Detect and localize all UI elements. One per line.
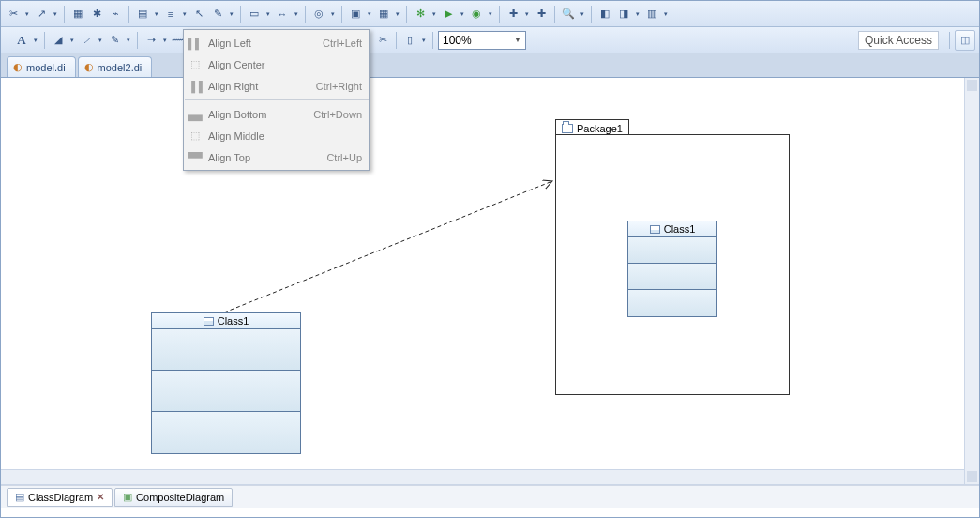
chevron-down-icon: ▼ — [514, 36, 521, 44]
dropdown-icon[interactable]: ▾ — [293, 6, 300, 23]
tool-table-icon[interactable]: ▦ — [375, 6, 392, 23]
diagram-tab-bar: ▤ ClassDiagram ✕ ▣ CompositeDiagram — [1, 485, 979, 508]
dropdown-icon[interactable]: ▾ — [634, 6, 641, 23]
align-left-icon: ▌▌ — [188, 36, 203, 51]
uml-attributes-compartment[interactable] — [628, 237, 716, 264]
uml-operations-compartment[interactable] — [628, 264, 716, 290]
editor-tab-model[interactable]: ◐ model.di — [7, 56, 76, 77]
diagram-canvas[interactable]: Class1 Package1 Class1 — [1, 78, 979, 485]
menu-shortcut: Ctrl+Up — [326, 152, 362, 163]
tool-misc-icon[interactable]: ◧ — [596, 6, 613, 23]
dropdown-icon[interactable]: ▾ — [228, 6, 235, 23]
dropdown-icon[interactable]: ▾ — [430, 6, 438, 23]
dropdown-icon[interactable]: ▾ — [52, 6, 59, 23]
quick-access-input[interactable]: Quick Access — [858, 31, 939, 50]
uml-class-class1-inner[interactable]: Class1 — [627, 221, 717, 317]
diagram-tab-classdiagram[interactable]: ▤ ClassDiagram ✕ — [7, 488, 113, 507]
class-icon — [204, 317, 214, 326]
dropdown-icon[interactable]: ▾ — [459, 6, 466, 23]
tool-new2-icon[interactable]: ✚ — [533, 6, 550, 23]
tool-arrow-icon[interactable]: ↗ — [33, 6, 50, 23]
dropdown-icon[interactable]: ▾ — [420, 32, 428, 49]
uml-operations-compartment[interactable] — [152, 371, 300, 412]
separator — [432, 32, 433, 49]
dropdown-icon[interactable]: ▾ — [264, 6, 272, 23]
dropdown-icon[interactable]: ▾ — [32, 32, 39, 49]
menu-align-left[interactable]: ▌▌ Align Left Ctrl+Left — [184, 32, 369, 53]
tool-search-icon[interactable]: 🔍 — [560, 6, 577, 23]
menu-align-middle[interactable]: ⬚ Align Middle — [184, 125, 369, 146]
tool-run-icon[interactable]: ▶ — [440, 6, 457, 23]
tool-graph-icon[interactable]: ⌁ — [107, 6, 124, 23]
tool-line-icon[interactable]: ⟋ — [78, 32, 95, 49]
uml-extra-compartment[interactable] — [152, 412, 300, 453]
menu-align-bottom[interactable]: ▄▄ Align Bottom Ctrl+Down — [184, 103, 369, 125]
tool-lasso-icon[interactable]: ✎ — [209, 6, 226, 23]
uml-class-name: Class1 — [664, 223, 696, 235]
dropdown-icon[interactable]: ▾ — [523, 6, 531, 23]
menu-shortcut: Ctrl+Right — [316, 81, 362, 92]
dropdown-icon[interactable]: ▾ — [366, 6, 373, 23]
uml-package-name: Package1 — [577, 123, 623, 134]
editor-tab-bar: ◐ model.di ◐ model2.di — [1, 53, 979, 78]
tool-run-gear-icon[interactable]: ✻ — [412, 6, 429, 23]
tool-net-icon[interactable]: ✱ — [88, 6, 105, 23]
tool-scissors-icon[interactable]: ✂ — [5, 6, 22, 23]
dropdown-icon[interactable]: ▾ — [97, 32, 104, 49]
align-right-icon: ▐▐ — [188, 79, 203, 94]
separator — [554, 6, 555, 23]
uml-attributes-compartment[interactable] — [152, 329, 300, 371]
tool-cut-icon[interactable]: ✂ — [374, 32, 391, 49]
menu-label: Align Left — [208, 38, 317, 49]
dropdown-icon[interactable]: ▾ — [125, 32, 132, 49]
tool-resize-icon[interactable]: ↔ — [274, 6, 291, 23]
dropdown-icon[interactable]: ▾ — [394, 6, 401, 23]
horizontal-scrollbar[interactable] — [1, 469, 964, 484]
uml-class-name: Class1 — [218, 315, 249, 327]
separator — [499, 6, 500, 23]
editor-tab-label: model2.di — [98, 62, 143, 73]
menu-align-center[interactable]: ⬚ Align Center — [184, 53, 369, 75]
uml-extra-compartment[interactable] — [628, 290, 716, 316]
tool-misc3-icon[interactable]: ▥ — [643, 6, 660, 23]
dropdown-icon[interactable]: ▾ — [662, 6, 670, 23]
tool-grid-icon[interactable]: ▦ — [69, 6, 86, 23]
align-top-icon: ▀▀ — [188, 150, 203, 165]
uml-class-class1-outer[interactable]: Class1 — [151, 312, 301, 454]
dropdown-icon[interactable]: ▾ — [181, 6, 188, 23]
close-icon[interactable]: ✕ — [97, 492, 104, 502]
zoom-combo[interactable]: 100% ▼ — [438, 31, 526, 50]
diagram-tab-compositediagram[interactable]: ▣ CompositeDiagram — [114, 488, 233, 507]
dropdown-icon[interactable]: ▾ — [487, 6, 494, 23]
perspective-button[interactable]: ◫ — [955, 30, 975, 51]
tool-box-blue-icon[interactable]: ▣ — [347, 6, 364, 23]
dropdown-icon[interactable]: ▾ — [153, 6, 160, 23]
class-icon — [650, 225, 660, 234]
dropdown-icon[interactable]: ▾ — [23, 6, 31, 23]
tool-align-icon[interactable]: ≡ — [162, 6, 179, 23]
tool-layers-icon[interactable]: ▤ — [134, 6, 151, 23]
vertical-scrollbar[interactable] — [964, 78, 979, 484]
tool-target-icon[interactable]: ◎ — [310, 6, 327, 23]
dropdown-icon[interactable]: ▾ — [161, 32, 169, 49]
dropdown-icon[interactable]: ▾ — [329, 6, 337, 23]
menu-align-top[interactable]: ▀▀ Align Top Ctrl+Up — [184, 146, 369, 168]
separator — [128, 6, 129, 23]
dropdown-icon[interactable]: ▾ — [579, 6, 586, 23]
tool-panel-icon[interactable]: ▯ — [401, 32, 418, 49]
separator — [591, 6, 592, 23]
tool-text-icon[interactable]: A — [13, 32, 30, 49]
editor-tab-model2[interactable]: ◐ model2.di — [78, 56, 153, 77]
package-icon — [562, 124, 573, 133]
tool-brush-icon[interactable]: ✎ — [106, 32, 123, 49]
tool-misc2-icon[interactable]: ◨ — [615, 6, 632, 23]
dropdown-icon[interactable]: ▾ — [68, 32, 76, 49]
tool-fill-icon[interactable]: ◢ — [50, 32, 67, 49]
tool-arrow2-icon[interactable]: ➝ — [143, 32, 159, 49]
menu-align-right[interactable]: ▐▐ Align Right Ctrl+Right — [184, 75, 369, 97]
tool-cursor-icon[interactable]: ↖ — [190, 6, 207, 23]
tool-new-icon[interactable]: ✚ — [505, 6, 521, 23]
tool-rect-icon[interactable]: ▭ — [246, 6, 263, 23]
menu-label: Align Middle — [208, 130, 356, 142]
tool-run-config-icon[interactable]: ◉ — [468, 6, 485, 23]
